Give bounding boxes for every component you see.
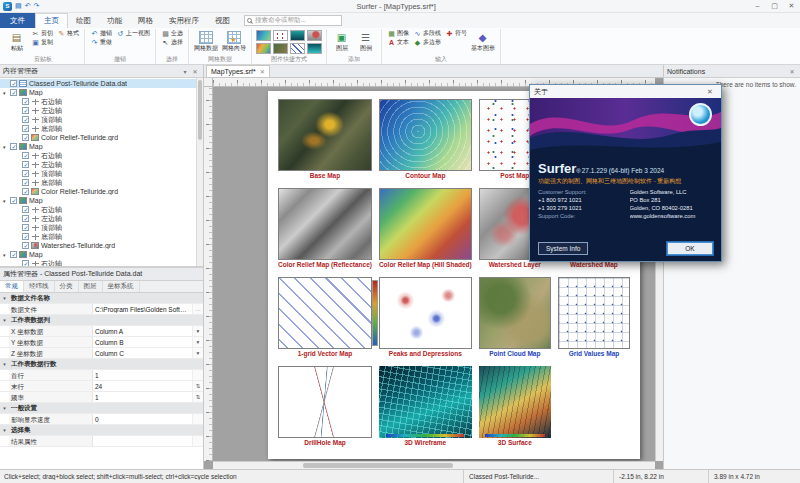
map-cell[interactable]: Point Cloud Map [479, 277, 551, 364]
tree-checkbox[interactable] [10, 251, 17, 258]
document-tab[interactable]: MapTypes.srf* ✕ [206, 65, 270, 77]
map-thumbnail[interactable] [278, 366, 372, 438]
section-expander-icon[interactable]: ▾ [0, 317, 9, 323]
map-cell[interactable]: Peaks and Depressions [379, 277, 472, 364]
about-close-icon[interactable]: ✕ [703, 88, 717, 96]
system-info-button[interactable]: System Info [538, 242, 588, 255]
tree-expander-icon[interactable]: ▾ [3, 252, 10, 258]
property-value[interactable]: 1 [93, 394, 192, 401]
property-control-icon[interactable]: … [192, 304, 203, 314]
tree-checkbox[interactable] [22, 152, 29, 159]
map-thumbnail[interactable] [379, 188, 472, 260]
tree-item[interactable]: 左边轴 [0, 214, 203, 223]
tree-item[interactable]: Color Relief-Telluride.grd [0, 187, 203, 196]
redo-icon[interactable]: ↷ [34, 2, 40, 10]
tree-checkbox[interactable] [22, 206, 29, 213]
tree-item[interactable]: 右边轴 [0, 151, 203, 160]
map-cell[interactable]: Contour Map [379, 99, 472, 186]
property-value[interactable]: Column C [93, 350, 192, 357]
panel-close-icon[interactable]: ✕ [190, 68, 200, 75]
ribbon-button[interactable]: 基本图形 [469, 29, 497, 55]
ribbon-button[interactable]: 选择 [159, 38, 185, 47]
tree-item[interactable]: 底部轴 [0, 232, 203, 241]
ribbon-button[interactable]: 文本 [385, 38, 411, 47]
tree-item[interactable]: Watershed-Telluride.grd [0, 241, 203, 250]
tree-checkbox[interactable] [22, 134, 29, 141]
tree-item[interactable]: 顶部轴 [0, 115, 203, 124]
tree-checkbox[interactable] [22, 107, 29, 114]
property-control-icon[interactable]: ⇅ [192, 381, 203, 391]
map-thumbnail[interactable] [379, 277, 472, 349]
property-row[interactable]: ▾ 选择集 [0, 425, 203, 436]
property-row[interactable]: ▾ 一般设置 [0, 403, 203, 414]
notifications-close-icon[interactable]: ✕ [787, 68, 797, 75]
save-icon[interactable]: ▤ [15, 2, 22, 10]
property-row[interactable]: ▾ 工作表数据列 [0, 315, 203, 326]
map-cell[interactable]: 3D Surface [479, 366, 551, 453]
property-value[interactable]: 1 [93, 372, 192, 379]
map-cell[interactable]: 1-grid Vector Map [278, 277, 372, 364]
section-expander-icon[interactable]: ▾ [0, 427, 9, 433]
ribbon-button[interactable]: 全选 [159, 29, 185, 38]
map-shortcut-button[interactable] [255, 42, 272, 55]
property-control-icon[interactable] [192, 414, 203, 424]
tree-expander-icon[interactable]: ▾ [3, 90, 10, 96]
ribbon-button[interactable]: 复制 [29, 38, 55, 47]
tree-item[interactable]: ▾ Map [0, 142, 203, 151]
tree-item[interactable]: ▾ Map [0, 250, 203, 259]
ribbon-tab[interactable]: 主页 [35, 13, 68, 28]
property-value[interactable]: Column A [93, 328, 192, 335]
ribbon-tab[interactable]: 绘图 [68, 13, 99, 28]
tree-checkbox[interactable] [10, 89, 17, 96]
tree-item[interactable]: 右边轴 [0, 97, 203, 106]
property-tab[interactable]: 坐标系统 [103, 281, 140, 292]
command-search-input[interactable]: 搜索命令或帮助... [244, 15, 342, 26]
ribbon-button[interactable]: 上一视图 [114, 29, 152, 38]
map-cell[interactable] [558, 366, 630, 453]
property-tab[interactable]: 图层 [79, 281, 103, 292]
section-expander-icon[interactable]: ▾ [0, 405, 9, 411]
maximize-button[interactable]: ▢ [766, 2, 783, 10]
property-tab[interactable]: 常规 [0, 281, 24, 292]
ribbon-button[interactable]: 多边形 [411, 38, 443, 47]
map-thumbnail[interactable] [278, 277, 372, 349]
map-shortcut-button[interactable] [272, 42, 289, 55]
ribbon-tab[interactable]: 视图 [207, 13, 238, 28]
property-value[interactable]: 24 [93, 383, 192, 390]
ribbon-button[interactable]: 网格向导 [220, 29, 248, 55]
tree-checkbox[interactable] [22, 98, 29, 105]
property-row[interactable]: ▾ 工作表数据行数 [0, 359, 203, 370]
map-shortcut-button[interactable] [289, 29, 306, 42]
tree-checkbox[interactable] [22, 215, 29, 222]
undo-icon[interactable]: ↶ [25, 2, 31, 10]
property-control-icon[interactable]: ⇅ [192, 392, 203, 402]
ribbon-button[interactable]: 图例 [354, 29, 378, 55]
ribbon-button[interactable]: 剪切 [29, 29, 55, 38]
map-shortcut-button[interactable] [306, 42, 323, 55]
property-control-icon[interactable] [192, 370, 203, 380]
tree-scrollbar[interactable] [196, 78, 203, 266]
scrollbar-thumb[interactable] [198, 80, 202, 140]
tree-expander-icon[interactable]: ▾ [3, 198, 10, 204]
tree-item[interactable]: Classed Post-Telluride Data.dat [0, 79, 203, 88]
map-thumbnail[interactable] [558, 366, 630, 438]
tree-checkbox[interactable] [22, 125, 29, 132]
map-thumbnail[interactable] [379, 366, 472, 438]
tree-item[interactable]: Color Relief-Telluride.grd [0, 133, 203, 142]
property-row[interactable]: ▾ 数据文件名称 [0, 293, 203, 304]
ribbon-tab[interactable]: 网格 [130, 13, 161, 28]
property-row[interactable]: 影响显示速度 0 [0, 414, 203, 425]
map-cell[interactable]: Color Relief Map (Reflectance) [278, 188, 372, 275]
tree-item[interactable]: 底部轴 [0, 178, 203, 187]
tree-checkbox[interactable] [22, 179, 29, 186]
property-tab[interactable]: 分类 [55, 281, 79, 292]
tree-item[interactable]: 左边轴 [0, 106, 203, 115]
property-control-icon[interactable] [192, 436, 203, 446]
tree-checkbox[interactable] [10, 80, 17, 87]
tree-item[interactable]: 右边轴 [0, 205, 203, 214]
close-button[interactable]: ✕ [783, 2, 800, 10]
property-value[interactable]: C:\Program Files\Golden Software\Surfer\… [93, 306, 192, 313]
property-value[interactable]: Column B [93, 339, 192, 346]
property-row[interactable]: Z 坐标数据 Column C ▾ [0, 348, 203, 359]
property-value[interactable]: 0 [93, 416, 192, 423]
